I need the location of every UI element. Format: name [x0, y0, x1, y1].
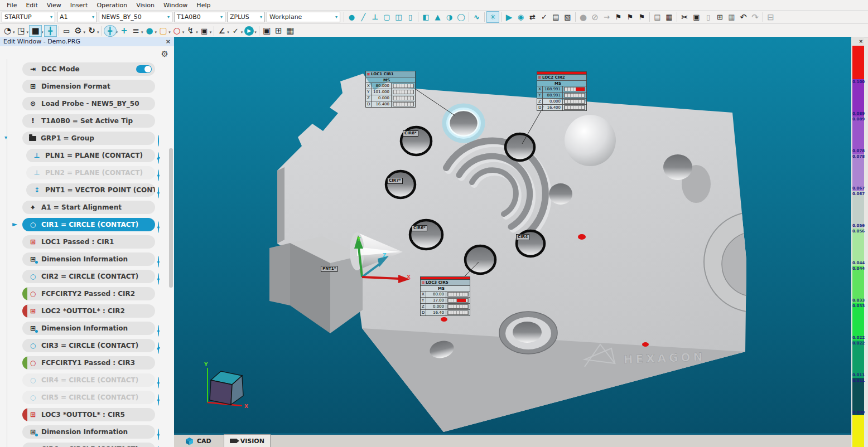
measured-point-icon[interactable]: ●	[346, 12, 358, 22]
measured-square-slot-icon[interactable]: ▯	[404, 12, 416, 22]
command-dimension[interactable]: ⊞Dimension Information	[22, 425, 155, 439]
command-dimension[interactable]: ⊞Dimension Format	[22, 80, 155, 93]
auto-feature-icon[interactable]: ✳	[486, 11, 499, 23]
bookmark-insert-icon[interactable]: ⚑	[624, 12, 636, 22]
command-cir2[interactable]: ○CIR2 = CIRCLE (CONTACT)	[22, 270, 155, 283]
circle-gage-icon[interactable]: ○	[171, 26, 183, 36]
command-t1a0b0[interactable]: !T1A0B0 = Set Active Tip	[22, 114, 155, 128]
loop-icon[interactable]: ⇄	[527, 12, 538, 22]
probe-comp-icon[interactable]: +	[118, 26, 130, 36]
execute-from-cursor-icon[interactable]: ◉	[515, 12, 527, 22]
visibility-toggle[interactable]	[158, 325, 168, 332]
visibility-toggle[interactable]	[158, 343, 168, 349]
tab-cad[interactable]: CAD	[180, 436, 217, 446]
scan-curve-icon[interactable]: ∿	[471, 12, 483, 22]
visibility-toggle[interactable]	[158, 256, 168, 263]
quick-feature-icon[interactable]: ↯	[185, 26, 196, 36]
visibility-toggle[interactable]	[158, 153, 168, 159]
comment-icon[interactable]: ▭	[61, 26, 73, 36]
cut-icon[interactable]: ✂	[679, 12, 691, 22]
rotate-view-icon[interactable]: ↻	[86, 26, 98, 36]
wireframe-view-icon[interactable]: ◳	[16, 26, 27, 36]
measured-cone-icon[interactable]: ▲	[432, 12, 443, 22]
command-grp1[interactable]: GRP1 = Group	[22, 132, 155, 145]
tab-vision[interactable]: VISION	[224, 434, 271, 447]
command-fcfcirty2[interactable]: ○FCFCIRTY2 Passed : CIR2	[22, 287, 155, 300]
doc-check-icon[interactable]: ▤	[550, 12, 562, 22]
loc3-table[interactable]: ⊞LOC3 CIR5MSX80.00Y17.00Z0.000D16.40	[420, 276, 470, 316]
menu-edit[interactable]: Edit	[21, 1, 42, 9]
command-dimension[interactable]: ⊞Dimension Information	[22, 322, 155, 335]
confirm-icon[interactable]: ✓	[538, 12, 550, 22]
feature-list-icon[interactable]: ≡	[130, 26, 142, 36]
gear-icon[interactable]: ⚙	[161, 49, 168, 59]
measured-plane-icon[interactable]: ⊥	[369, 12, 381, 22]
zoom-fit-icon[interactable]: ╋	[44, 25, 57, 37]
collision-check-icon[interactable]: ✓	[230, 26, 242, 36]
command-loc3[interactable]: ⊞LOC3 *OUTTOL* : CIR5	[22, 408, 155, 421]
gears-icon[interactable]: ⚙	[73, 26, 84, 36]
redo-icon[interactable]: ↷	[749, 12, 761, 22]
print-icon[interactable]: ⊟	[765, 12, 777, 22]
command-pnt1[interactable]: ↕PNT1 = VECTOR POINT (CONTAC	[26, 183, 155, 197]
pnt1-tag[interactable]: PNT1*	[321, 266, 337, 272]
cad-viewport[interactable]: HEXAGON Y Z X Y X	[174, 37, 851, 435]
measured-cylinder-icon[interactable]: ◧	[420, 12, 432, 22]
command-a1[interactable]: ⌖A1 = Start Alignment	[22, 201, 155, 214]
copy-view-icon[interactable]: ▣	[199, 26, 210, 36]
menu-file[interactable]: File	[2, 1, 21, 9]
measured-circle-icon[interactable]: ▢	[381, 12, 393, 22]
dcc-mode-toggle[interactable]	[136, 65, 152, 73]
measured-torus-icon[interactable]: ◯	[455, 12, 467, 22]
animate-icon[interactable]: ▶	[244, 26, 254, 36]
bookmark-icon[interactable]: ⚑	[613, 12, 624, 22]
stop-icon[interactable]: ●	[577, 12, 589, 22]
report-window-icon[interactable]: ▤	[652, 12, 663, 22]
visibility-toggle[interactable]	[158, 187, 168, 194]
workplane-axis-combo[interactable]: ZPLUS▾	[227, 12, 265, 22]
copy-icon[interactable]: ▣	[691, 12, 702, 22]
paste-icon[interactable]: ▯	[702, 12, 714, 22]
menu-insert[interactable]: Insert	[66, 1, 93, 9]
sphere-mode-icon[interactable]: ●	[144, 26, 156, 36]
block-icon[interactable]: ⊘	[589, 12, 601, 22]
solid-view-icon[interactable]: ■	[29, 25, 42, 37]
visibility-toggle[interactable]	[158, 274, 168, 280]
visibility-toggle[interactable]	[158, 222, 168, 229]
program-combo[interactable]: STARTUP▾	[2, 12, 55, 22]
command-dcc[interactable]: ⇥DCC Mode	[22, 62, 155, 76]
active-tip-combo[interactable]: T1A0B0▾	[174, 12, 225, 22]
snapshot-icon[interactable]: ▣	[261, 26, 273, 36]
report-template-icon[interactable]: ▦	[663, 12, 675, 22]
measured-sphere-icon[interactable]: ◑	[443, 12, 455, 22]
graph-window-icon[interactable]: ▦	[284, 26, 296, 36]
command-pln2[interactable]: ⊥PLN2 = PLANE (CONTACT)	[26, 166, 155, 179]
visibility-toggle[interactable]	[158, 429, 168, 436]
command-load[interactable]: ⊙Load Probe - NEW5_BY_50	[22, 97, 155, 110]
menu-operation[interactable]: Operation	[92, 1, 132, 9]
pan-view-icon[interactable]: ╋	[104, 25, 117, 37]
loc2-table[interactable]: ⊞LOC2 CIR2MSX108.991Y88.991Z0.000D16.400	[537, 71, 587, 111]
execute-icon[interactable]: ▶	[503, 12, 515, 22]
bookmark-clear-icon[interactable]: ⚑	[636, 12, 648, 22]
command-pln1[interactable]: ⊥PLN1 = PLANE (CONTACT)	[26, 149, 155, 162]
undo-icon[interactable]: ↶	[737, 12, 749, 22]
sidebar-scrollbar[interactable]	[169, 148, 173, 288]
measured-round-slot-icon[interactable]: ◫	[393, 12, 404, 22]
command-dimension[interactable]: ⊞Dimension Information	[22, 252, 155, 266]
command-cir5[interactable]: ○CIR5 = CIRCLE (CONTACT)	[22, 391, 155, 404]
path-lines-icon[interactable]: ∠	[216, 26, 228, 36]
report-snapshot-icon[interactable]: ⊞	[273, 26, 284, 36]
command-cir1[interactable]: ○CIR1 = CIRCLE (CONTACT)	[22, 218, 155, 231]
loc1-table[interactable]: ⊞LOC1 CIR1MSX80.000Y101.000Z0.000D16.400	[365, 71, 416, 108]
close-icon[interactable]: ×	[166, 38, 171, 45]
close-icon[interactable]: ×	[859, 38, 863, 44]
cir7-tag[interactable]: CIR7*	[387, 178, 403, 184]
collapse-chevron-icon[interactable]: ▾	[4, 134, 7, 140]
continue-icon[interactable]: →	[601, 12, 613, 22]
probe-file-combo[interactable]: NEW5_BY_50▾	[99, 12, 172, 22]
calculator-icon[interactable]: ▦	[726, 12, 737, 22]
visibility-toggle[interactable]	[158, 135, 168, 142]
workplane-combo[interactable]: Workplane▾	[267, 12, 340, 22]
rect-gage-icon[interactable]: ▢	[157, 26, 169, 36]
